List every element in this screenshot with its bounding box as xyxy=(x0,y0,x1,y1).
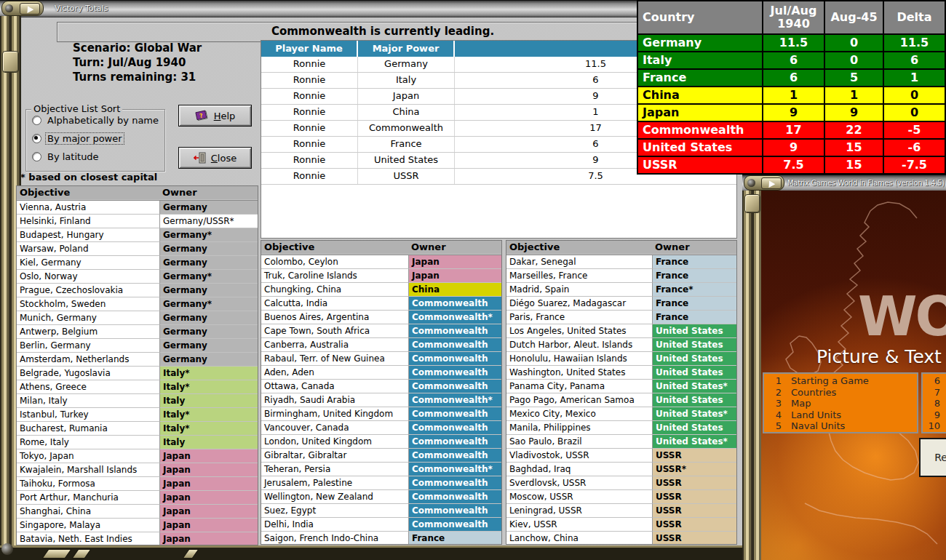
tutorial-menu-right: 6 7 8 9 10 xyxy=(921,372,946,433)
objective-row: Truk, Caroline Islands Japan xyxy=(261,269,501,283)
major-power-cell: Japan xyxy=(357,89,454,104)
owner-cell: Japan xyxy=(159,519,258,532)
v1940-cell: 17 xyxy=(762,122,824,138)
frame-knob xyxy=(744,194,760,213)
window-menu-icon[interactable] xyxy=(1,1,44,16)
owner-cell: United States* xyxy=(652,380,736,393)
v1940-cell: 11.5 xyxy=(762,35,824,51)
victory-totals-titlebar[interactable]: Victory Totals xyxy=(0,0,742,17)
radio-icon[interactable] xyxy=(32,116,41,125)
radio-icon[interactable] xyxy=(32,152,41,161)
objective-row: Istanbul, Turkey Italy* xyxy=(17,408,258,422)
objective-table-header: Objective Owner xyxy=(261,241,501,255)
v1940-cell: 9 xyxy=(762,105,824,121)
frame-stripe xyxy=(71,549,91,559)
owner-cell: USSR xyxy=(652,490,736,504)
owner-cell: Italy* xyxy=(159,408,258,422)
objective-row: Warsaw, Poland Germany xyxy=(17,242,258,256)
objective-cell: Chungking, China xyxy=(261,283,408,297)
owner-cell: Italy* xyxy=(159,422,258,436)
objective-row: Leningrad, USSR USSR xyxy=(506,504,736,518)
objective-cell: Washington, United States xyxy=(506,366,652,380)
owner-cell: Commonwealth xyxy=(408,476,501,490)
objective-cell: Berlin, Germany xyxy=(17,339,159,353)
objective-cell: Milan, Italy xyxy=(17,394,159,408)
owner-cell: France xyxy=(408,532,501,545)
sort-radio-option[interactable]: By major power xyxy=(32,130,164,146)
owner-cell: Germany xyxy=(159,353,258,367)
v1940-cell: 6 xyxy=(762,70,824,86)
menu-item-label: Map xyxy=(791,398,811,409)
col-objective: Objective xyxy=(506,241,652,255)
objective-row: Bucharest, Rumania Italy* xyxy=(17,422,258,436)
tutorial-menu-item[interactable]: 7 xyxy=(923,387,946,399)
owner-cell: Japan xyxy=(159,477,258,491)
frame-stripe xyxy=(182,549,199,559)
return-button-partial[interactable]: Re xyxy=(919,438,946,477)
objective-row: Helsinki, Finland Germany/USSR* xyxy=(17,215,258,228)
frame-knob xyxy=(2,51,19,73)
window-menu-icon[interactable] xyxy=(744,175,784,191)
objective-row: Paris, France France xyxy=(506,311,736,324)
v1940-cell: 7.5 xyxy=(762,157,824,173)
objective-cell: Aden, Aden xyxy=(261,366,408,380)
menu-item-number: 8 xyxy=(923,398,940,409)
owner-cell: Germany/USSR* xyxy=(159,215,258,228)
v1940-cell: 1 xyxy=(762,87,824,103)
owner-cell: Germany* xyxy=(159,297,258,311)
objective-cell: Calcutta, India xyxy=(261,297,408,311)
help-button[interactable]: ? Help xyxy=(178,105,252,127)
window-restore-button[interactable] xyxy=(761,177,782,189)
player-name-cell: Ronnie xyxy=(261,89,357,104)
col-owner: Owner xyxy=(159,186,258,200)
objective-row: Singapore, Malaya Japan xyxy=(17,519,258,532)
v45-cell: 0 xyxy=(824,35,883,51)
objective-cell: Baghdad, Iraq xyxy=(506,463,652,476)
v45-cell: 9 xyxy=(824,105,883,121)
objective-row: Oslo, Norway Germany* xyxy=(17,270,258,284)
radio-icon[interactable] xyxy=(32,134,41,143)
owner-cell: USSR xyxy=(652,504,736,518)
col-owner: Owner xyxy=(652,241,736,255)
menu-item-label: Starting a Game xyxy=(791,375,869,387)
objective-cell: Leningrad, USSR xyxy=(506,504,652,518)
owner-cell: Japan xyxy=(159,491,258,505)
owner-cell: Italy* xyxy=(159,367,258,380)
tutorial-menu-item[interactable]: 4 Land Units xyxy=(764,409,917,421)
tutorial-menu-item[interactable]: 10 xyxy=(923,420,946,432)
close-button[interactable]: Close xyxy=(178,147,252,169)
window-restore-icon xyxy=(766,179,776,188)
v45-cell: 1 xyxy=(824,87,883,103)
owner-cell: France xyxy=(652,311,736,324)
sort-radio-option[interactable]: Alphabetically by name xyxy=(32,112,164,128)
tutorial-menu-item[interactable]: 5 Naval Units xyxy=(764,420,917,432)
owner-cell: Commonwealth* xyxy=(408,311,501,324)
objective-cell: Kiel, Germany xyxy=(17,256,159,270)
window-restore-button[interactable] xyxy=(20,3,40,15)
objective-cell: Gibraltar, Gibraltar xyxy=(261,449,408,463)
tutorial-menu-item[interactable]: 6 xyxy=(923,375,946,387)
major-power-cell: Italy xyxy=(357,73,454,88)
objective-row: Teheran, Persia Commonwealth* xyxy=(261,463,501,476)
objective-table-middle: Objective Owner Colombo, Ceylon Japan Tr… xyxy=(261,240,502,545)
objective-row: Pago Pago, American Samoa United States xyxy=(506,393,736,407)
owner-cell: Japan xyxy=(159,532,258,545)
major-power-cell: China xyxy=(357,105,454,120)
owner-cell: Commonwealth xyxy=(408,435,501,449)
sort-radio-option[interactable]: By latitude xyxy=(32,148,164,164)
objective-row: Kiel, Germany Germany xyxy=(17,256,258,270)
screen: Victory Totals Commonwealth is currently… xyxy=(0,0,946,560)
owner-cell: Commonwealth* xyxy=(408,393,501,407)
objective-cell: Moscow, USSR xyxy=(506,490,652,504)
objective-row: Wellington, New Zealand Commonwealth xyxy=(261,490,501,504)
owner-cell: Commonwealth xyxy=(408,518,501,532)
frame-stripe xyxy=(41,549,71,559)
tutorial-menu-item[interactable]: 2 Countries xyxy=(764,387,917,399)
window-title: Victory Totals xyxy=(55,4,108,13)
objective-row: Buenos Aires, Argentina Commonwealth* xyxy=(261,311,501,324)
tutorial-menu-item[interactable]: 9 xyxy=(923,409,946,421)
tutorial-menu-item[interactable]: 8 xyxy=(923,398,946,409)
tutorial-menu-item[interactable]: 3 Map xyxy=(764,398,917,409)
menu-item-number: 2 xyxy=(764,387,782,399)
tutorial-menu-item[interactable]: 1 Starting a Game xyxy=(764,375,917,387)
